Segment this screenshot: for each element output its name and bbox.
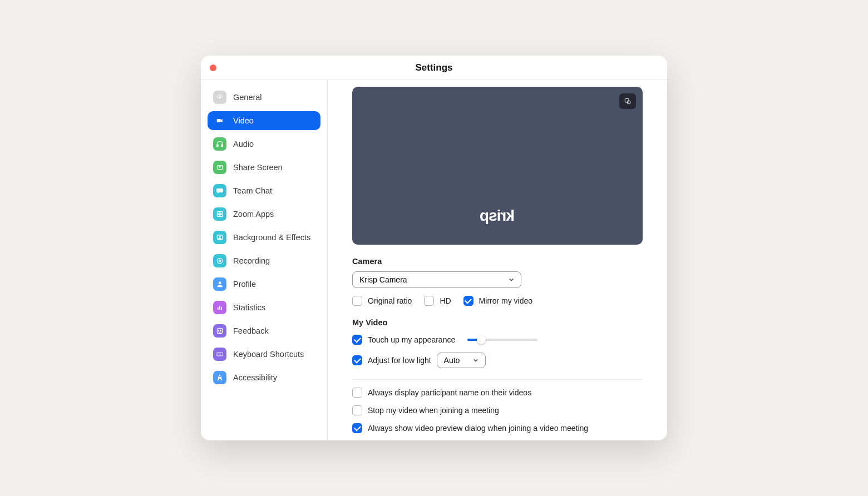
touch-up-label: Touch up my appearance <box>368 335 455 344</box>
svg-rect-1 <box>217 119 221 122</box>
chevron-down-icon <box>473 358 479 363</box>
sidebar-item-label: Keyboard Shortcuts <box>233 350 304 359</box>
stats-icon <box>213 301 226 314</box>
svg-rect-26 <box>625 98 629 102</box>
sidebar: GeneralVideoAudioShare ScreenTeam ChatZo… <box>201 80 328 440</box>
share-up-icon <box>213 161 226 174</box>
svg-rect-16 <box>221 307 222 310</box>
option-label: Stop my video when joining a meeting <box>368 406 499 415</box>
video-preview: krisp <box>352 87 643 245</box>
window-title: Settings <box>415 62 452 73</box>
svg-rect-2 <box>217 145 218 147</box>
mirror-label: Mirror my video <box>479 296 532 305</box>
divider <box>352 379 643 380</box>
apps-icon <box>213 207 226 221</box>
sidebar-item-general[interactable]: General <box>208 88 320 107</box>
camera-select[interactable]: Krisp Camera <box>352 271 521 288</box>
sidebar-item-label: Zoom Apps <box>233 210 274 219</box>
sidebar-item-label: Feedback <box>233 326 269 335</box>
option-label: Always show video preview dialog when jo… <box>368 424 588 433</box>
sidebar-item-label: Accessibility <box>233 373 277 382</box>
rotate-camera-button[interactable] <box>619 93 636 109</box>
svg-rect-17 <box>217 328 222 333</box>
svg-point-25 <box>219 375 220 376</box>
original-ratio-label: Original ratio <box>368 296 412 305</box>
sidebar-item-label: Profile <box>233 280 256 289</box>
person-icon <box>213 277 226 291</box>
option-checkbox[interactable] <box>352 388 362 398</box>
sidebar-item-recording[interactable]: Recording <box>208 251 320 270</box>
svg-rect-7 <box>217 215 219 217</box>
mirror-checkbox[interactable]: Mirror my video <box>463 296 532 306</box>
sidebar-item-share-screen[interactable]: Share Screen <box>208 158 320 177</box>
sidebar-item-video[interactable]: Video <box>208 111 320 130</box>
svg-point-23 <box>220 354 221 354</box>
close-button[interactable] <box>210 65 216 71</box>
window-body: GeneralVideoAudioShare ScreenTeam ChatZo… <box>201 80 667 440</box>
sidebar-item-statistics[interactable]: Statistics <box>208 298 320 317</box>
smile-icon <box>213 324 226 338</box>
sidebar-item-label: Audio <box>233 140 254 148</box>
low-light-mode-value: Auto <box>444 356 460 365</box>
titlebar: Settings <box>201 56 667 80</box>
sidebar-item-label: Recording <box>233 256 270 265</box>
settings-window: Settings GeneralVideoAudioShare ScreenTe… <box>201 56 667 440</box>
video-icon <box>213 114 226 127</box>
hd-checkbox[interactable]: HD <box>424 296 451 306</box>
svg-point-10 <box>219 236 220 237</box>
sidebar-item-label: Team Chat <box>233 186 272 195</box>
svg-rect-15 <box>219 306 220 310</box>
my-video-section-label: My Video <box>352 318 643 327</box>
sidebar-item-feedback[interactable]: Feedback <box>208 321 320 340</box>
gear-icon <box>213 91 226 104</box>
svg-rect-5 <box>217 211 219 214</box>
chevron-down-icon <box>509 277 514 282</box>
touch-up-checkbox[interactable]: Touch up my appearance <box>352 335 455 345</box>
sidebar-item-label: General <box>233 93 262 102</box>
camera-section-label: Camera <box>352 257 643 266</box>
svg-point-21 <box>218 354 219 354</box>
option-row[interactable]: Always display participant name on their… <box>352 388 643 398</box>
access-icon <box>213 371 226 384</box>
svg-point-13 <box>219 281 221 284</box>
chat-icon <box>213 184 226 197</box>
svg-point-19 <box>220 330 221 330</box>
sidebar-item-team-chat[interactable]: Team Chat <box>208 181 320 200</box>
bg-icon <box>213 231 226 244</box>
svg-rect-8 <box>220 215 223 217</box>
svg-rect-24 <box>219 355 221 355</box>
svg-point-12 <box>219 260 221 262</box>
low-light-checkbox[interactable]: Adjust for low light <box>352 355 431 365</box>
sidebar-item-keyboard-shortcuts[interactable]: Keyboard Shortcuts <box>208 345 320 364</box>
sidebar-item-zoom-apps[interactable]: Zoom Apps <box>208 205 320 224</box>
touch-up-slider[interactable] <box>467 339 537 341</box>
content-panel: krisp Camera Krisp Camera Original ratio… <box>328 80 667 440</box>
svg-point-18 <box>219 330 219 330</box>
low-light-mode-select[interactable]: Auto <box>437 353 486 368</box>
camera-selected-value: Krisp Camera <box>359 275 407 284</box>
svg-rect-6 <box>220 211 223 214</box>
option-label: Always display participant name on their… <box>368 388 531 397</box>
svg-rect-20 <box>217 353 223 356</box>
sidebar-item-profile[interactable]: Profile <box>208 275 320 294</box>
option-row[interactable]: Stop my video when joining a meeting <box>352 405 643 415</box>
preview-logo: krisp <box>480 207 515 225</box>
svg-point-22 <box>219 354 220 354</box>
keyboard-icon <box>213 348 226 361</box>
option-checkbox[interactable] <box>352 405 362 415</box>
option-row[interactable]: Always show video preview dialog when jo… <box>352 423 643 433</box>
rotate-icon <box>623 97 632 106</box>
sidebar-item-label: Statistics <box>233 303 265 312</box>
option-checkbox[interactable] <box>352 423 362 433</box>
sidebar-item-label: Background & Effects <box>233 233 310 242</box>
svg-rect-14 <box>218 307 219 310</box>
svg-rect-3 <box>221 145 223 147</box>
sidebar-item-audio[interactable]: Audio <box>208 135 320 153</box>
additional-options: Always display participant name on their… <box>352 388 643 440</box>
record-icon <box>213 254 226 267</box>
sidebar-item-label: Video <box>233 116 254 125</box>
low-light-label: Adjust for low light <box>368 356 431 365</box>
sidebar-item-background-effects[interactable]: Background & Effects <box>208 228 320 247</box>
sidebar-item-accessibility[interactable]: Accessibility <box>208 368 320 387</box>
original-ratio-checkbox[interactable]: Original ratio <box>352 296 412 306</box>
